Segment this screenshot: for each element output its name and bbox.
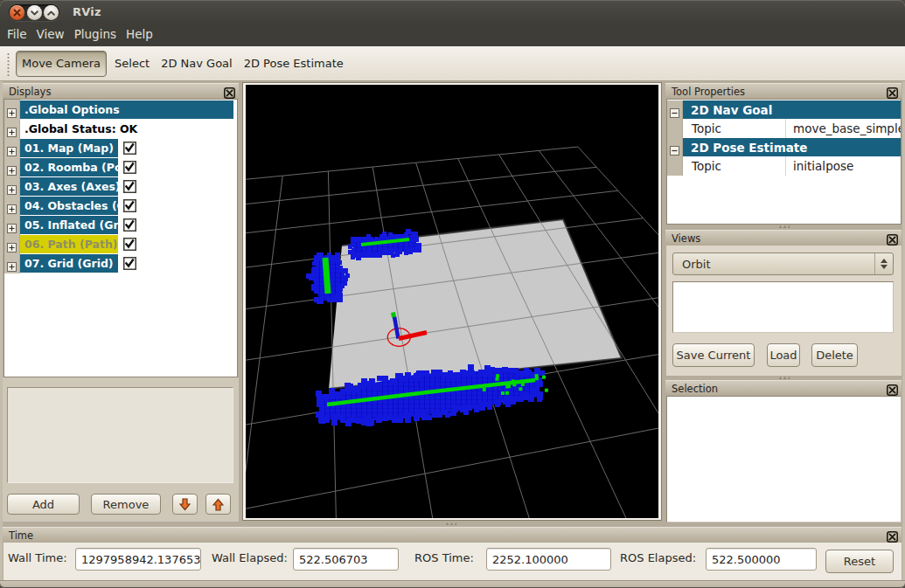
checkbox-checked[interactable] <box>123 199 136 212</box>
property-value[interactable]: initialpose <box>786 156 901 176</box>
splitter-handle[interactable] <box>777 225 790 228</box>
display-enabled-checkbox[interactable] <box>123 218 136 232</box>
time-field-label: Wall Time: <box>8 551 67 564</box>
expand-icon[interactable] <box>7 166 17 176</box>
reset-time-button[interactable]: Reset <box>825 550 894 573</box>
expander-button[interactable] <box>7 163 17 172</box>
display-row[interactable]: 02. Roomba (Polygon) <box>4 158 237 177</box>
camera-type-combobox[interactable]: Orbit <box>672 252 894 275</box>
time-close-button[interactable] <box>887 529 898 541</box>
menu-view[interactable]: View <box>32 24 69 45</box>
save-current-view-button[interactable]: Save Current <box>672 343 755 367</box>
checkbox-checked[interactable] <box>123 142 136 155</box>
expander-button[interactable] <box>7 182 17 191</box>
expand-icon[interactable] <box>7 204 17 214</box>
display-row-value-cell <box>120 158 237 176</box>
expand-icon[interactable] <box>7 147 17 156</box>
display-enabled-checkbox[interactable] <box>123 199 136 212</box>
checkbox-checked[interactable] <box>123 238 136 251</box>
display-row[interactable]: 04. Obstacles (GridCells) <box>4 197 237 216</box>
axis-y <box>393 313 394 318</box>
display-row-value-cell <box>120 216 237 234</box>
window-bottom-frame <box>0 580 905 588</box>
saved-views-list[interactable] <box>672 281 894 333</box>
expand-icon[interactable] <box>7 108 17 118</box>
display-row-label: 05. Inflated (GridCells) <box>20 216 118 234</box>
expand-icon[interactable] <box>7 243 17 252</box>
window-close-button[interactable] <box>10 5 24 20</box>
add-display-button[interactable]: Add <box>7 494 80 515</box>
time-field-value[interactable]: 522.506703 <box>293 548 399 571</box>
display-enabled-checkbox[interactable] <box>123 161 136 174</box>
checkbox-checked[interactable] <box>123 161 136 174</box>
time-field-value[interactable]: 522.500000 <box>706 548 817 571</box>
display-row[interactable]: 05. Inflated (GridCells) <box>4 216 237 235</box>
tool-move-camera[interactable]: Move Camera <box>16 51 107 77</box>
property-row[interactable]: Topicinitialpose <box>667 156 901 176</box>
property-row[interactable]: Topicmove_base_simple/goal <box>667 119 901 138</box>
tool-2d-pose-estimate[interactable]: 2D Pose Estimate <box>239 51 349 77</box>
expander-button[interactable] <box>7 239 17 249</box>
property-group-header[interactable]: 2D Nav Goal <box>667 100 901 119</box>
menu-plugins[interactable]: Plugins <box>70 24 121 45</box>
tool-2d-nav-goal[interactable]: 2D Nav Goal <box>156 51 238 77</box>
checkbox-checked[interactable] <box>123 257 136 270</box>
expander-button[interactable] <box>7 143 17 153</box>
display-row[interactable]: 03. Axes (Axes) <box>4 177 237 197</box>
views-close-button[interactable] <box>887 232 898 244</box>
spinner-up-icon <box>881 259 888 263</box>
property-gutter <box>667 138 683 156</box>
display-enabled-checkbox[interactable] <box>123 180 136 193</box>
time-field-value[interactable]: 1297958942.137653 <box>75 548 201 571</box>
remove-display-button[interactable]: Remove <box>91 494 161 515</box>
window-titlebar: RViz <box>0 0 905 23</box>
splitter-handle[interactable] <box>777 377 790 379</box>
expander-button[interactable] <box>7 259 17 268</box>
display-row[interactable]: 01. Map (Map) <box>4 139 237 158</box>
checkbox-checked[interactable] <box>123 218 136 232</box>
toolbar-drag-handle[interactable] <box>5 52 10 76</box>
property-value[interactable]: move_base_simple/goal <box>786 119 901 138</box>
display-row-label: 07. Grid (Grid) <box>20 254 118 273</box>
expand-icon[interactable] <box>7 128 17 137</box>
property-name: Topic <box>683 156 786 176</box>
collapse-icon[interactable] <box>670 146 679 156</box>
display-row[interactable]: .Global Status: OK <box>4 120 237 139</box>
display-enabled-checkbox[interactable] <box>123 238 136 251</box>
tool-properties-close-button[interactable] <box>887 86 898 97</box>
move-display-up-button[interactable] <box>205 494 231 515</box>
expand-icon[interactable] <box>7 262 17 272</box>
time-field-value[interactable]: 2252.100000 <box>486 548 611 571</box>
load-view-button[interactable]: Load <box>767 343 800 367</box>
move-display-down-button[interactable] <box>172 494 198 515</box>
delete-view-button[interactable]: Delete <box>811 343 858 367</box>
displays-close-button[interactable] <box>224 86 235 97</box>
selection-close-button[interactable] <box>887 383 898 394</box>
arrow-down-icon <box>179 498 191 511</box>
time-field-label: Wall Elapsed: <box>212 551 288 564</box>
expander-button[interactable] <box>7 105 17 114</box>
expander-button[interactable] <box>7 220 17 230</box>
expand-icon[interactable] <box>7 185 17 195</box>
expander-button[interactable] <box>7 201 17 211</box>
combobox-spinner[interactable] <box>874 253 893 274</box>
display-enabled-checkbox[interactable] <box>123 257 136 270</box>
collapse-icon[interactable] <box>670 108 679 118</box>
close-icon <box>887 384 898 396</box>
display-row[interactable]: 07. Grid (Grid) <box>4 254 237 273</box>
tool-select[interactable]: Select <box>109 51 155 77</box>
chevron-down-icon <box>31 10 38 16</box>
display-row[interactable]: 06. Path (Path) <box>4 235 237 254</box>
render-viewport[interactable] <box>246 85 658 518</box>
display-enabled-checkbox[interactable] <box>123 142 136 155</box>
property-group-header[interactable]: 2D Pose Estimate <box>667 138 901 156</box>
window-minimize-button[interactable] <box>27 5 42 20</box>
expand-icon[interactable] <box>7 224 17 233</box>
splitter-handle[interactable] <box>444 522 456 525</box>
window-maximize-button[interactable] <box>44 5 59 20</box>
checkbox-checked[interactable] <box>123 180 136 193</box>
display-row[interactable]: .Global Options <box>4 100 237 120</box>
menu-help[interactable]: Help <box>122 24 157 45</box>
expander-button[interactable] <box>7 124 17 134</box>
menu-file[interactable]: File <box>3 24 31 45</box>
